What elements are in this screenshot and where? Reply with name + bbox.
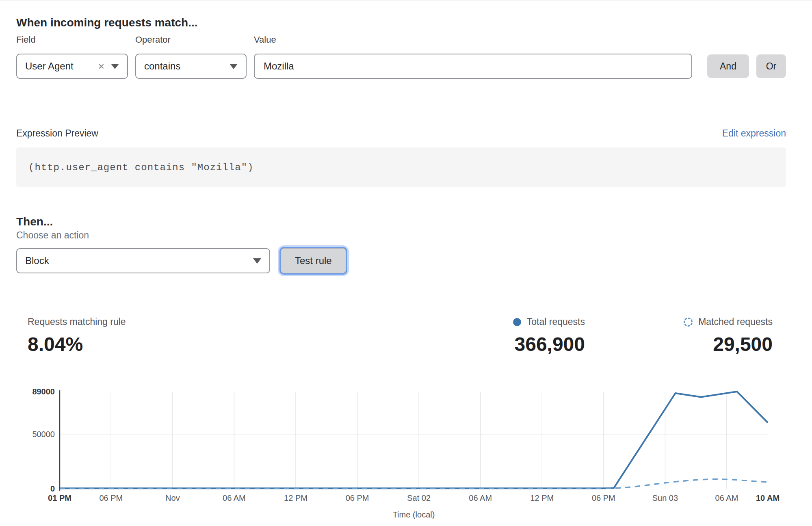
total-requests-value: 366,900 bbox=[513, 333, 585, 355]
matched-requests-value: 29,500 bbox=[684, 333, 773, 355]
requests-matching-label: Requests matching rule bbox=[28, 316, 126, 327]
field-select-value: User Agent bbox=[25, 61, 74, 72]
expression-code: (http.user_agent contains "Mozilla") bbox=[28, 162, 253, 173]
y-tick-label: 89000 bbox=[32, 387, 55, 396]
requests-chart: 01 PM06 PMNov06 AM12 PM06 PMSat 0206 AM1… bbox=[0, 380, 812, 526]
and-button[interactable]: And bbox=[707, 54, 749, 78]
value-input[interactable] bbox=[254, 54, 692, 79]
y-tick-label: 0 bbox=[50, 484, 55, 493]
operator-select-value: contains bbox=[144, 61, 180, 72]
firewall-rule-builder-page: { "header": { "title": "When incoming re… bbox=[0, 0, 812, 526]
expression-header: Expression Preview Edit expression bbox=[16, 128, 786, 139]
matched-requests-label: Matched requests bbox=[698, 316, 773, 327]
x-tick-label: 06 PM bbox=[592, 494, 615, 502]
x-tick-label: 06 AM bbox=[469, 494, 492, 502]
x-tick-label: 01 PM bbox=[48, 494, 71, 502]
requests-matching-value: 8.04% bbox=[28, 333, 126, 355]
or-button[interactable]: Or bbox=[756, 54, 786, 78]
x-tick-label: 06 PM bbox=[99, 494, 123, 502]
x-tick-label: Sun 03 bbox=[652, 494, 678, 502]
expression-preview-label: Expression Preview bbox=[16, 128, 98, 139]
matched-requests-stat: Matched requests 29,500 bbox=[684, 316, 773, 355]
x-tick-label: 12 PM bbox=[530, 494, 554, 502]
page-title: When incoming requests match... bbox=[16, 16, 198, 29]
test-rule-button[interactable]: Test rule bbox=[281, 248, 346, 273]
action-select[interactable]: Block bbox=[16, 248, 270, 273]
clear-field-icon[interactable]: × bbox=[96, 61, 107, 71]
field-label: Field bbox=[16, 35, 135, 45]
total-requests-line bbox=[60, 392, 768, 488]
x-tick-label: 12 PM bbox=[284, 494, 307, 502]
x-tick-label: Sat 02 bbox=[407, 494, 431, 502]
chevron-down-icon bbox=[111, 64, 119, 69]
matched-requests-line bbox=[60, 479, 768, 489]
y-tick-label: 50000 bbox=[32, 430, 55, 439]
then-heading: Then... bbox=[16, 215, 53, 228]
edit-expression-link[interactable]: Edit expression bbox=[722, 128, 786, 139]
x-axis-title: Time (local) bbox=[393, 510, 435, 519]
choose-action-label: Choose an action bbox=[16, 230, 89, 241]
x-tick-label: 06 PM bbox=[346, 494, 369, 502]
rule-builder-labels: Field Operator Value bbox=[16, 35, 276, 45]
action-select-value: Block bbox=[25, 255, 49, 266]
total-requests-stat: Total requests 366,900 bbox=[513, 316, 585, 355]
field-select[interactable]: User Agent × bbox=[16, 54, 128, 79]
x-tick-label: 06 AM bbox=[223, 494, 246, 502]
expression-preview-box: (http.user_agent contains "Mozilla") bbox=[16, 147, 786, 187]
operator-select[interactable]: contains bbox=[135, 54, 247, 79]
total-requests-dot-icon bbox=[513, 318, 521, 326]
chevron-down-icon bbox=[230, 64, 238, 69]
x-tick-label: 06 AM bbox=[715, 494, 738, 502]
value-label: Value bbox=[254, 35, 276, 45]
x-tick-label: Nov bbox=[165, 494, 180, 502]
total-requests-legend: Total requests bbox=[513, 316, 585, 327]
rule-builder-row: User Agent × contains And Or bbox=[16, 54, 786, 79]
matched-requests-legend: Matched requests bbox=[684, 316, 773, 327]
total-requests-label: Total requests bbox=[527, 316, 585, 327]
operator-label: Operator bbox=[135, 35, 254, 45]
requests-matching-stat: Requests matching rule 8.04% bbox=[28, 316, 126, 355]
matched-requests-dashed-circle-icon bbox=[684, 318, 693, 327]
action-row: Block Test rule bbox=[16, 248, 346, 273]
chevron-down-icon bbox=[253, 258, 261, 264]
x-tick-label: 10 AM bbox=[756, 494, 780, 502]
